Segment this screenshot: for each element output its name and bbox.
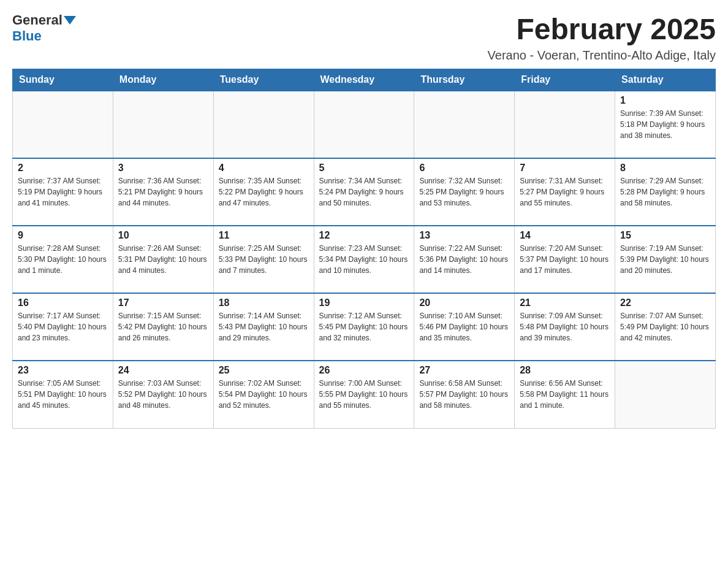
calendar-cell: 13Sunrise: 7:22 AM Sunset: 5:36 PM Dayli… bbox=[414, 226, 515, 293]
day-info: Sunrise: 7:15 AM Sunset: 5:42 PM Dayligh… bbox=[118, 310, 208, 343]
day-info: Sunrise: 6:56 AM Sunset: 5:58 PM Dayligh… bbox=[520, 378, 610, 411]
day-number: 8 bbox=[620, 163, 710, 174]
days-header-row: SundayMondayTuesdayWednesdayThursdayFrid… bbox=[13, 69, 716, 91]
week-row-2: 2Sunrise: 7:37 AM Sunset: 5:19 PM Daylig… bbox=[13, 158, 716, 226]
day-number: 18 bbox=[219, 297, 309, 308]
day-number: 1 bbox=[620, 95, 710, 106]
day-header-thursday: Thursday bbox=[414, 69, 515, 91]
calendar-table: SundayMondayTuesdayWednesdayThursdayFrid… bbox=[12, 69, 716, 429]
day-number: 21 bbox=[520, 297, 610, 308]
day-number: 27 bbox=[419, 365, 509, 376]
calendar-cell bbox=[515, 91, 615, 158]
calendar-cell: 8Sunrise: 7:29 AM Sunset: 5:28 PM Daylig… bbox=[615, 158, 716, 226]
day-header-saturday: Saturday bbox=[615, 69, 716, 91]
calendar-cell: 20Sunrise: 7:10 AM Sunset: 5:46 PM Dayli… bbox=[414, 293, 515, 361]
day-header-friday: Friday bbox=[515, 69, 615, 91]
day-info: Sunrise: 7:07 AM Sunset: 5:49 PM Dayligh… bbox=[620, 310, 710, 343]
title-area: February 2025 Verano - Voeran, Trentino-… bbox=[488, 12, 716, 63]
day-info: Sunrise: 7:31 AM Sunset: 5:27 PM Dayligh… bbox=[520, 175, 610, 209]
day-info: Sunrise: 7:36 AM Sunset: 5:21 PM Dayligh… bbox=[118, 175, 208, 209]
day-number: 2 bbox=[18, 163, 108, 174]
calendar-cell: 3Sunrise: 7:36 AM Sunset: 5:21 PM Daylig… bbox=[113, 158, 213, 226]
calendar-cell: 24Sunrise: 7:03 AM Sunset: 5:52 PM Dayli… bbox=[113, 361, 213, 428]
day-info: Sunrise: 7:03 AM Sunset: 5:52 PM Dayligh… bbox=[118, 378, 208, 411]
day-info: Sunrise: 7:25 AM Sunset: 5:33 PM Dayligh… bbox=[219, 243, 309, 276]
header: General Blue February 2025 Verano - Voer… bbox=[12, 12, 716, 63]
logo-general-text: General bbox=[12, 12, 63, 28]
day-info: Sunrise: 7:28 AM Sunset: 5:30 PM Dayligh… bbox=[18, 243, 108, 276]
day-info: Sunrise: 7:32 AM Sunset: 5:25 PM Dayligh… bbox=[419, 175, 509, 209]
day-info: Sunrise: 7:17 AM Sunset: 5:40 PM Dayligh… bbox=[18, 310, 108, 343]
day-number: 22 bbox=[620, 297, 710, 308]
calendar-cell: 16Sunrise: 7:17 AM Sunset: 5:40 PM Dayli… bbox=[13, 293, 113, 361]
day-header-tuesday: Tuesday bbox=[213, 69, 314, 91]
calendar-cell: 9Sunrise: 7:28 AM Sunset: 5:30 PM Daylig… bbox=[13, 226, 113, 293]
calendar-cell: 11Sunrise: 7:25 AM Sunset: 5:33 PM Dayli… bbox=[213, 226, 314, 293]
day-number: 20 bbox=[419, 297, 509, 308]
day-number: 17 bbox=[118, 297, 208, 308]
calendar-cell: 5Sunrise: 7:34 AM Sunset: 5:24 PM Daylig… bbox=[314, 158, 414, 226]
calendar-cell bbox=[13, 91, 113, 158]
day-number: 25 bbox=[219, 365, 309, 376]
day-info: Sunrise: 7:02 AM Sunset: 5:54 PM Dayligh… bbox=[219, 378, 309, 411]
logo: General Blue bbox=[12, 12, 76, 44]
calendar-cell: 12Sunrise: 7:23 AM Sunset: 5:34 PM Dayli… bbox=[314, 226, 414, 293]
calendar-cell: 14Sunrise: 7:20 AM Sunset: 5:37 PM Dayli… bbox=[515, 226, 615, 293]
calendar-cell: 15Sunrise: 7:19 AM Sunset: 5:39 PM Dayli… bbox=[615, 226, 716, 293]
day-number: 12 bbox=[319, 230, 409, 241]
day-number: 24 bbox=[118, 365, 208, 376]
day-info: Sunrise: 6:58 AM Sunset: 5:57 PM Dayligh… bbox=[419, 378, 509, 411]
week-row-5: 23Sunrise: 7:05 AM Sunset: 5:51 PM Dayli… bbox=[13, 361, 716, 428]
day-number: 7 bbox=[520, 163, 610, 174]
day-number: 19 bbox=[319, 297, 409, 308]
calendar-cell: 19Sunrise: 7:12 AM Sunset: 5:45 PM Dayli… bbox=[314, 293, 414, 361]
day-number: 5 bbox=[319, 163, 409, 174]
day-header-wednesday: Wednesday bbox=[314, 69, 414, 91]
day-info: Sunrise: 7:05 AM Sunset: 5:51 PM Dayligh… bbox=[18, 378, 108, 411]
day-info: Sunrise: 7:29 AM Sunset: 5:28 PM Dayligh… bbox=[620, 175, 710, 209]
calendar-cell: 4Sunrise: 7:35 AM Sunset: 5:22 PM Daylig… bbox=[213, 158, 314, 226]
day-number: 28 bbox=[520, 365, 610, 376]
day-number: 26 bbox=[319, 365, 409, 376]
day-info: Sunrise: 7:14 AM Sunset: 5:43 PM Dayligh… bbox=[219, 310, 309, 343]
day-number: 6 bbox=[419, 163, 509, 174]
week-row-3: 9Sunrise: 7:28 AM Sunset: 5:30 PM Daylig… bbox=[13, 226, 716, 293]
calendar-cell: 17Sunrise: 7:15 AM Sunset: 5:42 PM Dayli… bbox=[113, 293, 213, 361]
calendar-cell: 26Sunrise: 7:00 AM Sunset: 5:55 PM Dayli… bbox=[314, 361, 414, 428]
day-info: Sunrise: 7:00 AM Sunset: 5:55 PM Dayligh… bbox=[319, 378, 409, 411]
location-subtitle: Verano - Voeran, Trentino-Alto Adige, It… bbox=[488, 48, 716, 63]
calendar-cell bbox=[213, 91, 314, 158]
day-number: 16 bbox=[18, 297, 108, 308]
calendar-cell: 28Sunrise: 6:56 AM Sunset: 5:58 PM Dayli… bbox=[515, 361, 615, 428]
calendar-cell: 10Sunrise: 7:26 AM Sunset: 5:31 PM Dayli… bbox=[113, 226, 213, 293]
calendar-cell bbox=[314, 91, 414, 158]
calendar-cell: 27Sunrise: 6:58 AM Sunset: 5:57 PM Dayli… bbox=[414, 361, 515, 428]
logo-blue-text: Blue bbox=[12, 28, 42, 44]
day-number: 9 bbox=[18, 230, 108, 241]
day-info: Sunrise: 7:09 AM Sunset: 5:48 PM Dayligh… bbox=[520, 310, 610, 343]
day-info: Sunrise: 7:20 AM Sunset: 5:37 PM Dayligh… bbox=[520, 243, 610, 276]
day-number: 23 bbox=[18, 365, 108, 376]
calendar-cell: 7Sunrise: 7:31 AM Sunset: 5:27 PM Daylig… bbox=[515, 158, 615, 226]
week-row-1: 1Sunrise: 7:39 AM Sunset: 5:18 PM Daylig… bbox=[13, 91, 716, 158]
day-number: 15 bbox=[620, 230, 710, 241]
calendar-cell bbox=[414, 91, 515, 158]
day-number: 10 bbox=[118, 230, 208, 241]
day-info: Sunrise: 7:35 AM Sunset: 5:22 PM Dayligh… bbox=[219, 175, 309, 209]
day-info: Sunrise: 7:22 AM Sunset: 5:36 PM Dayligh… bbox=[419, 243, 509, 276]
day-info: Sunrise: 7:23 AM Sunset: 5:34 PM Dayligh… bbox=[319, 243, 409, 276]
day-info: Sunrise: 7:12 AM Sunset: 5:45 PM Dayligh… bbox=[319, 310, 409, 343]
calendar-cell bbox=[113, 91, 213, 158]
day-header-sunday: Sunday bbox=[13, 69, 113, 91]
month-title: February 2025 bbox=[488, 12, 716, 46]
day-number: 13 bbox=[419, 230, 509, 241]
day-info: Sunrise: 7:39 AM Sunset: 5:18 PM Dayligh… bbox=[620, 108, 710, 141]
day-info: Sunrise: 7:19 AM Sunset: 5:39 PM Dayligh… bbox=[620, 243, 710, 276]
day-info: Sunrise: 7:34 AM Sunset: 5:24 PM Dayligh… bbox=[319, 175, 409, 209]
day-info: Sunrise: 7:26 AM Sunset: 5:31 PM Dayligh… bbox=[118, 243, 208, 276]
day-number: 4 bbox=[219, 163, 309, 174]
week-row-4: 16Sunrise: 7:17 AM Sunset: 5:40 PM Dayli… bbox=[13, 293, 716, 361]
calendar-cell: 18Sunrise: 7:14 AM Sunset: 5:43 PM Dayli… bbox=[213, 293, 314, 361]
day-info: Sunrise: 7:10 AM Sunset: 5:46 PM Dayligh… bbox=[419, 310, 509, 343]
day-info: Sunrise: 7:37 AM Sunset: 5:19 PM Dayligh… bbox=[18, 175, 108, 209]
